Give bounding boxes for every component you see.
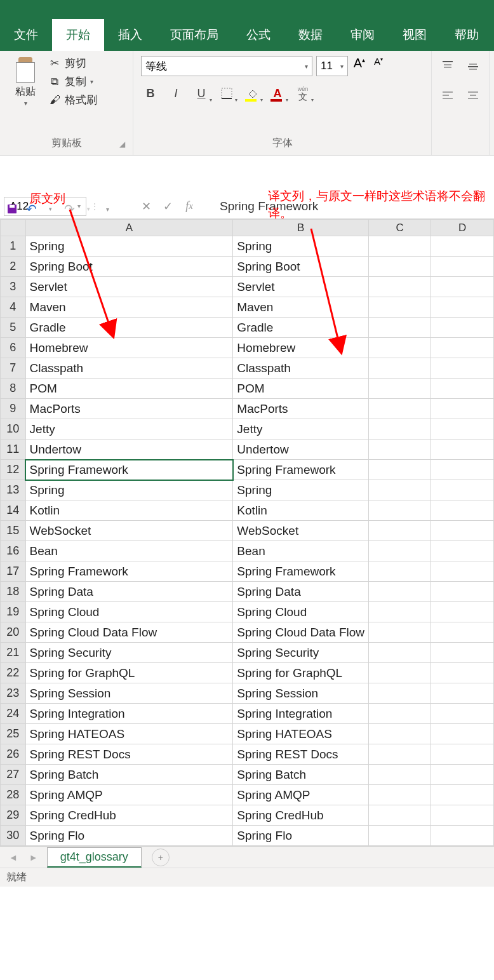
- cell-C4[interactable]: [369, 297, 431, 318]
- launcher-icon[interactable]: ◢: [119, 140, 125, 149]
- cell-A5[interactable]: Gradle: [25, 318, 233, 338]
- row-header-18[interactable]: 18: [1, 582, 26, 602]
- cell-C1[interactable]: [369, 236, 431, 257]
- insert-function-button[interactable]: fx: [180, 198, 198, 215]
- cell-D1[interactable]: [431, 236, 494, 257]
- underline-button[interactable]: U▾: [192, 84, 211, 103]
- cell-D5[interactable]: [431, 318, 494, 338]
- cell-B9[interactable]: MacPorts: [233, 399, 369, 419]
- row-header-12[interactable]: 12: [1, 460, 26, 480]
- font-color-button[interactable]: A ▾: [268, 84, 287, 103]
- cell-C7[interactable]: [369, 358, 431, 379]
- row-header-30[interactable]: 30: [1, 826, 26, 846]
- enter-button[interactable]: ✓: [159, 198, 177, 215]
- tab-页面布局[interactable]: 页面布局: [156, 19, 232, 51]
- undo-button[interactable]: ↶: [24, 202, 38, 216]
- row-header-13[interactable]: 13: [1, 480, 26, 500]
- cell-A15[interactable]: WebSocket: [25, 521, 233, 541]
- redo-dropdown[interactable]: ▾: [81, 202, 95, 216]
- cell-D18[interactable]: [431, 582, 494, 602]
- cell-B22[interactable]: Spring for GraphQL: [233, 663, 369, 683]
- cell-B4[interactable]: Maven: [233, 297, 369, 318]
- cell-A16[interactable]: Bean: [25, 541, 233, 561]
- bold-button[interactable]: B: [141, 84, 160, 103]
- cell-D20[interactable]: [431, 622, 494, 643]
- row-header-1[interactable]: 1: [1, 236, 26, 257]
- cell-A28[interactable]: Spring AMQP: [25, 785, 233, 805]
- column-header-B[interactable]: B: [233, 220, 369, 236]
- row-header-20[interactable]: 20: [1, 622, 26, 643]
- sheet-tab-active[interactable]: gt4t_glossary: [47, 847, 142, 868]
- column-header-C[interactable]: C: [369, 220, 431, 236]
- row-header-14[interactable]: 14: [1, 500, 26, 521]
- tab-开始[interactable]: 开始: [52, 19, 104, 51]
- cell-C21[interactable]: [369, 643, 431, 663]
- cell-D17[interactable]: [431, 561, 494, 582]
- cell-B23[interactable]: Spring Session: [233, 683, 369, 704]
- tab-插入[interactable]: 插入: [104, 19, 156, 51]
- cell-D29[interactable]: [431, 805, 494, 826]
- tab-公式[interactable]: 公式: [232, 19, 284, 51]
- cell-B29[interactable]: Spring CredHub: [233, 805, 369, 826]
- cell-C11[interactable]: [369, 440, 431, 460]
- chevron-down-icon[interactable]: ▾: [90, 78, 93, 85]
- row-header-10[interactable]: 10: [1, 419, 26, 440]
- cell-A18[interactable]: Spring Data: [25, 582, 233, 602]
- cell-A1[interactable]: Spring: [25, 236, 233, 257]
- cell-D7[interactable]: [431, 358, 494, 379]
- row-header-27[interactable]: 27: [1, 765, 26, 785]
- undo-dropdown[interactable]: ▾: [43, 202, 57, 216]
- cell-C5[interactable]: [369, 318, 431, 338]
- cell-B8[interactable]: POM: [233, 379, 369, 399]
- cell-C9[interactable]: [369, 399, 431, 419]
- row-header-15[interactable]: 15: [1, 521, 26, 541]
- cell-D11[interactable]: [431, 440, 494, 460]
- cell-C12[interactable]: [369, 460, 431, 480]
- cell-A20[interactable]: Spring Cloud Data Flow: [25, 622, 233, 643]
- cell-D4[interactable]: [431, 297, 494, 318]
- cell-C3[interactable]: [369, 277, 431, 297]
- cell-C25[interactable]: [369, 724, 431, 744]
- row-header-23[interactable]: 23: [1, 683, 26, 704]
- cell-C29[interactable]: [369, 805, 431, 826]
- cell-A6[interactable]: Homebrew: [25, 338, 233, 358]
- align-middle-button[interactable]: [462, 56, 484, 77]
- cell-C16[interactable]: [369, 541, 431, 561]
- tab-文件[interactable]: 文件: [0, 19, 52, 51]
- cell-A29[interactable]: Spring CredHub: [25, 805, 233, 826]
- tab-帮助[interactable]: 帮助: [441, 19, 493, 51]
- cell-C22[interactable]: [369, 663, 431, 683]
- cell-A17[interactable]: Spring Framework: [25, 561, 233, 582]
- cell-B7[interactable]: Classpath: [233, 358, 369, 379]
- cell-D24[interactable]: [431, 704, 494, 724]
- cell-C23[interactable]: [369, 683, 431, 704]
- cell-D22[interactable]: [431, 663, 494, 683]
- cell-D13[interactable]: [431, 480, 494, 500]
- align-center-button[interactable]: [462, 85, 484, 107]
- qat-customize[interactable]: ▾: [100, 202, 114, 216]
- cell-D3[interactable]: [431, 277, 494, 297]
- cancel-button[interactable]: ✕: [137, 198, 155, 215]
- cell-B2[interactable]: Spring Boot: [233, 257, 369, 277]
- row-header-3[interactable]: 3: [1, 277, 26, 297]
- cell-C27[interactable]: [369, 765, 431, 785]
- italic-button[interactable]: I: [166, 84, 185, 103]
- row-header-16[interactable]: 16: [1, 541, 26, 561]
- row-header-26[interactable]: 26: [1, 744, 26, 765]
- row-header-9[interactable]: 9: [1, 399, 26, 419]
- row-header-6[interactable]: 6: [1, 338, 26, 358]
- cell-A19[interactable]: Spring Cloud: [25, 602, 233, 622]
- font-size-combo[interactable]: 11 ▾: [316, 56, 348, 76]
- row-header-11[interactable]: 11: [1, 440, 26, 460]
- cell-C19[interactable]: [369, 602, 431, 622]
- cell-C20[interactable]: [369, 622, 431, 643]
- cell-D19[interactable]: [431, 602, 494, 622]
- cell-D23[interactable]: [431, 683, 494, 704]
- save-button[interactable]: [5, 202, 19, 216]
- cell-D14[interactable]: [431, 500, 494, 521]
- phonetic-button[interactable]: wén 文 ▾: [293, 84, 312, 103]
- row-header-19[interactable]: 19: [1, 602, 26, 622]
- cell-C13[interactable]: [369, 480, 431, 500]
- chevron-down-icon[interactable]: ▾: [24, 100, 27, 107]
- cell-B1[interactable]: Spring: [233, 236, 369, 257]
